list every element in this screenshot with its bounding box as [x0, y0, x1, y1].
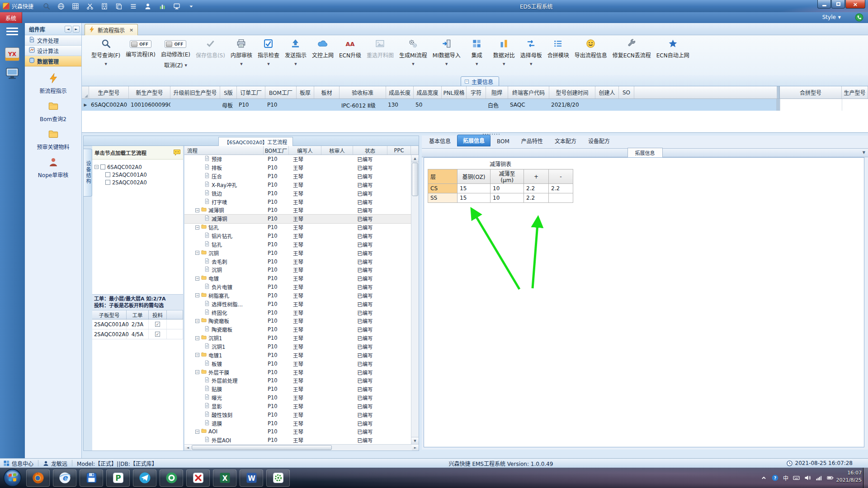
ribbon-toggle-2[interactable]: OFF启动修改(E)取消(Z)▼ [159, 38, 193, 69]
flow-row[interactable]: 压合P10王琴已编写 [184, 172, 411, 181]
network-icon[interactable] [816, 474, 822, 481]
tree-checkbox[interactable] [105, 180, 110, 185]
user-icon[interactable] [144, 2, 152, 10]
info-center-button[interactable]: 信息中心 [4, 460, 33, 467]
tree-checkbox[interactable] [105, 172, 110, 177]
search-icon[interactable] [42, 2, 51, 10]
flow-row[interactable]: −电镀P10王琴已编写 [184, 274, 411, 283]
flow-row[interactable]: 钻孔P10王琴已编写 [184, 240, 411, 249]
select-all-corner[interactable] [82, 86, 89, 99]
toggle-switch[interactable]: OFF [130, 40, 151, 48]
grid-column-header[interactable]: 验收标准 [340, 86, 386, 99]
subtable-column-header[interactable]: 工单 [127, 310, 149, 319]
flow-column-header[interactable]: BOM工厂 [264, 146, 289, 155]
grid-cell[interactable] [170, 99, 220, 111]
grid-cell[interactable]: 10010600099016 [129, 99, 170, 111]
flow-column-header[interactable]: 编写人 [289, 146, 321, 155]
ribbon-button-4[interactable]: 内部审核▼ [228, 38, 255, 66]
flow-row[interactable]: 去毛刺P10王琴已编写 [184, 257, 411, 266]
tab-close-icon[interactable]: × [129, 27, 133, 33]
flow-row[interactable]: 显影P10王琴已编写 [184, 402, 411, 410]
menu-icon[interactable] [129, 2, 137, 10]
subtable-column-header[interactable]: 投料 [149, 310, 167, 319]
show-desktop-button[interactable] [863, 468, 868, 488]
flow-column-header[interactable]: PPC [387, 146, 411, 155]
detail-tab-文本配方[interactable]: 文本配方 [549, 136, 582, 146]
scroll-right-icon[interactable]: ► [412, 445, 419, 450]
volume-icon[interactable] [804, 474, 811, 481]
flow-row[interactable]: −AOIP10王琴已编写 [184, 427, 411, 436]
taskbar-app-fastprint[interactable]: P [106, 469, 130, 487]
grid-column-header[interactable]: 订单工厂 [237, 86, 265, 99]
flow-row[interactable]: 外层AOIP10王琴已编写 [184, 436, 411, 444]
monitor-icon[interactable] [173, 2, 181, 10]
detail-tab-产品特性[interactable]: 产品特性 [516, 136, 548, 146]
process-flow-tab[interactable]: 【6SAQC002A0】工艺流程 [218, 137, 293, 146]
collapse-icon[interactable]: − [195, 225, 199, 230]
ribbon-button-11[interactable]: MI数据导入▼ [430, 38, 463, 66]
flow-row[interactable]: 沉铜1P10王琴已编写 [184, 343, 411, 351]
caret-down-icon[interactable] [187, 2, 195, 10]
main-info-selected-row[interactable]: ▶6SAQC002A010010600099016母板P10P10IPC-601… [82, 99, 868, 111]
tab-new-flow-instruction[interactable]: 新流程指示 × [85, 24, 138, 35]
flow-row[interactable]: −电镀1P10王琴已编写 [184, 351, 411, 359]
grid-cell[interactable] [442, 99, 467, 111]
grid-column-header[interactable]: 新生产型号 [129, 86, 170, 99]
ribbon-button-cancel[interactable]: 取消(Z)▼ [164, 61, 187, 69]
feed-checkbox[interactable]: ✓ [155, 332, 160, 337]
ribbon-button-5[interactable]: 指示检查▼ [255, 38, 282, 66]
main-info-section-badge[interactable]: ─ 主要信息 [461, 76, 499, 87]
grid-cell[interactable]: P10 [237, 99, 265, 111]
hamburger-menu-icon[interactable] [6, 28, 18, 36]
scroll-up-icon[interactable]: ▲ [411, 155, 419, 162]
ribbon-button-3[interactable]: 保存信息(S) [193, 38, 227, 66]
ribbon-button-0[interactable]: 型号查询(F)▼ [89, 38, 123, 66]
scroll-left-icon[interactable]: ◄ [184, 445, 191, 450]
tree-node-root[interactable]: −6SAQC002A0 [94, 163, 182, 171]
flow-row[interactable]: 酸性蚀刻P10王琴已编写 [184, 410, 411, 419]
toggle-switch[interactable]: OFF [165, 40, 186, 48]
ribbon-button-13[interactable]: 数据对比▼ [491, 38, 517, 66]
ribbon-button-8[interactable]: AAECN升级 [337, 38, 363, 66]
taskbar-app-gearapp[interactable] [266, 469, 290, 487]
taskbar-app-excel[interactable]: X [213, 469, 236, 487]
collapse-icon[interactable]: ─ [465, 80, 469, 84]
grid-column-header[interactable]: 升级前旧生产型号 [170, 86, 220, 99]
ribbon-toggle-1[interactable]: OFF编写流程(R) [123, 38, 158, 58]
ribbon-button-9[interactable]: 重选开料图 [364, 38, 396, 66]
collapse-icon[interactable]: − [195, 277, 199, 281]
ribbon-button-15[interactable]: 合拼模块 [545, 38, 571, 66]
grid-cell[interactable] [619, 99, 634, 111]
flow-row[interactable]: −沉铜P10王琴已编写 [184, 249, 411, 257]
start-button[interactable] [3, 469, 22, 487]
grid-column-header[interactable]: 字符 [467, 86, 486, 99]
building-icon[interactable] [100, 2, 108, 10]
flow-column-header[interactable]: 流程 [184, 146, 264, 155]
tree-checkbox[interactable] [100, 164, 105, 169]
app-menu-button[interactable]: 兴森快捷 [0, 0, 38, 12]
grid-column-header[interactable]: 合拼型号 [780, 86, 842, 99]
flow-row[interactable]: 铝片钻孔P10王琴已编写 [184, 232, 411, 240]
collapse-icon[interactable]: − [195, 293, 199, 297]
chevron-up-icon[interactable] [760, 474, 767, 481]
detail-tab-设备配方[interactable]: 设备配方 [583, 136, 615, 146]
language-indicator[interactable]: 中 [783, 474, 788, 482]
close-button[interactable]: × [845, 0, 865, 9]
battery-icon[interactable] [827, 474, 834, 481]
component-group-2[interactable]: 数据管理 [25, 56, 81, 66]
detail-tab-拓展信息[interactable]: 拓展信息 [457, 135, 491, 146]
collapse-icon[interactable]: − [195, 353, 199, 357]
collapse-icon[interactable]: − [195, 319, 199, 323]
grid-column-header[interactable]: PNL规格 [442, 86, 467, 99]
collapse-icon[interactable]: − [195, 336, 199, 340]
grid-column-header[interactable]: S版 [220, 86, 237, 99]
scissors-icon[interactable] [86, 2, 94, 10]
grid-cell[interactable] [467, 99, 486, 111]
grid-cell[interactable]: 母板 [220, 99, 237, 111]
phone-icon[interactable] [855, 13, 863, 22]
flow-row[interactable]: 板镀P10王琴已编写 [184, 359, 411, 368]
flow-row[interactable]: −减薄铜P10王琴已编写 [184, 206, 411, 215]
taskbar-clock[interactable]: 16:07 2021/8/25 [836, 469, 862, 484]
grid-column-header[interactable]: 生产型号 [89, 86, 129, 99]
ribbon-button-12[interactable]: 集成▼ [464, 38, 490, 66]
